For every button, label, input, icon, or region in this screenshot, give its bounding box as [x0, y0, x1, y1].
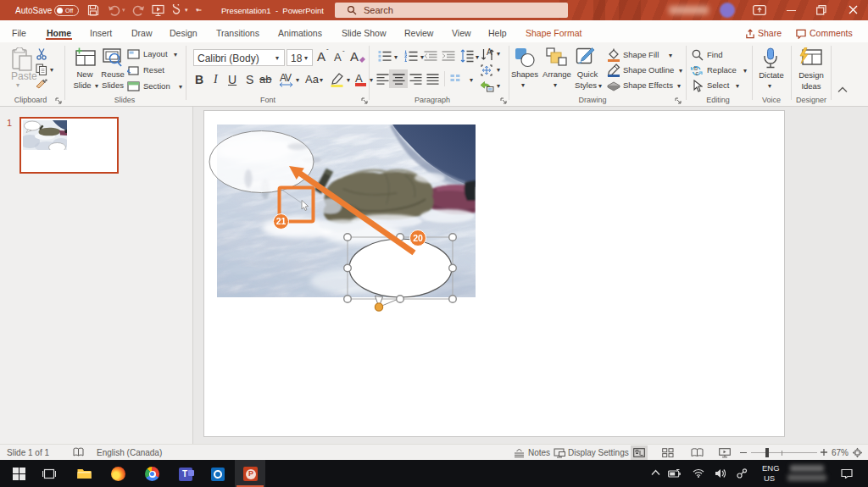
- svg-text:21: 21: [276, 216, 287, 226]
- svg-text:c: c: [696, 70, 699, 76]
- svg-text:20: 20: [413, 233, 423, 243]
